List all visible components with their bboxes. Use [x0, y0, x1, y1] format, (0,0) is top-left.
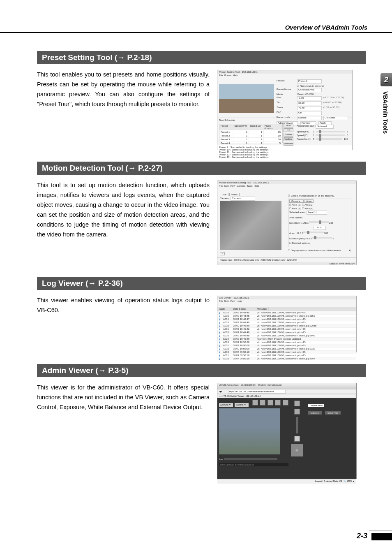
video-view[interactable] [219, 408, 280, 454]
col-message[interactable]: Message [255, 307, 269, 310]
setup-page-button[interactable]: Setup Page [325, 411, 341, 415]
log-row[interactable]: ℹA03108/03 10:48:47vb: host=192.168.100.… [217, 318, 356, 321]
section-admin: Admin Viewer (→ P.3-5) This viewer is fo… [37, 364, 366, 479]
slider-pause[interactable] [316, 138, 342, 140]
show-cameras-check[interactable]: ☑ Not shown in cameras [297, 84, 324, 87]
ptz-button-1[interactable] [294, 401, 300, 406]
table-row[interactable]: Preset 31110 [219, 138, 282, 141]
area2-check[interactable]: ☐ Area [2] [302, 204, 313, 206]
menu-file[interactable]: File [219, 185, 223, 187]
move-control[interactable]: ✥ [291, 444, 303, 456]
log-body[interactable]: ℹA03008/03 10:48:45vb: host=192.168.100.… [217, 311, 356, 360]
url-input[interactable]: http://192.168.100.1/-l/wml/admin/vbc-ad… [228, 390, 286, 394]
tab-live[interactable]: Live [220, 193, 228, 196]
tilt-label: Tilt : [277, 101, 297, 105]
menu-view[interactable]: View [230, 300, 235, 302]
log-screenshot: Log Viewer - 192.168.100.1 File Edit Vie… [217, 296, 357, 352]
preset-side-button[interactable]: Delete [284, 133, 293, 137]
menu-tools[interactable]: Tools [247, 185, 253, 187]
menu-camera[interactable]: Camera [237, 185, 245, 187]
slider-speedpt[interactable] [316, 131, 345, 132]
menubar: File Edit View Camera Tools Help [217, 184, 356, 188]
preset-side-button[interactable]: << [284, 128, 293, 132]
table-row[interactable]: Preset 11115 [219, 130, 282, 134]
log-row[interactable]: ℹA03008/04 09:50:10vb: host=192.168.100.… [217, 351, 356, 354]
live-preview[interactable] [220, 201, 281, 250]
preset-side-button[interactable]: Update [284, 137, 293, 141]
tab-camera[interactable]: Camera : [289, 199, 304, 203]
menu-preset[interactable]: Preset [224, 74, 231, 76]
log-row[interactable]: ℹA03108/04 09:50:10vb: host=192.168.100.… [217, 354, 356, 357]
camera-dropdown[interactable]: Camera [231, 197, 255, 201]
menu-edit[interactable]: Edit [224, 300, 228, 302]
slider-speedz[interactable] [316, 134, 345, 136]
exposure-button[interactable]: Exposure [308, 411, 322, 415]
image-size-dropdown[interactable]: 320×240 ▼ [219, 403, 233, 407]
log-row[interactable]: ℹA03008/03 10:48:45vb: host=192.168.100.… [217, 311, 356, 315]
preset-table[interactable]: Preset Speed [PT] Speed [Z] Pause durati… [219, 124, 283, 143]
area3-check[interactable]: ☐ Area [3] [289, 207, 300, 210]
preset-dropdown[interactable]: Preset 1 [297, 79, 322, 83]
log-row[interactable]: ℹA03608/04 09:50:10vb: host=192.168.100.… [217, 357, 356, 360]
menu-help[interactable]: Help [233, 74, 238, 76]
menu-help[interactable]: Help [254, 185, 259, 187]
close-icon[interactable]: ✕ [348, 249, 351, 253]
get-value-button[interactable]: Get value [323, 116, 348, 120]
log-row[interactable]: ℹA03608/03 10:50:00vb: host=192.168.100.… [217, 348, 356, 351]
log-row[interactable]: ℹA03008/03 10:49:40vb: host=192.168.100.… [217, 321, 356, 324]
tilt-input[interactable]: 32.10 [297, 101, 322, 105]
menu-file[interactable]: File [219, 74, 223, 76]
sensitivity-slider[interactable] [309, 221, 329, 223]
panorama-preview[interactable] [219, 84, 274, 113]
toolbar-btn-1[interactable] [252, 400, 258, 405]
menu-file[interactable]: File [219, 300, 223, 302]
log-row[interactable]: ℹA03108/03 10:50:00vb: host=192.168.100.… [217, 344, 356, 348]
col-datetime[interactable]: Date & time [231, 307, 255, 310]
log-row[interactable]: ℹS02908/03 10:49:49httpmain: [007] Syste… [217, 338, 356, 341]
focus-dropdown[interactable]: Manual [297, 116, 322, 120]
pan-slider[interactable] [224, 458, 277, 460]
auto-button[interactable]: Auto [314, 226, 326, 230]
tab-area[interactable]: Area [304, 199, 314, 203]
toolbar-btn-3[interactable] [267, 400, 273, 405]
col-code[interactable]: Code [217, 307, 231, 310]
control-button[interactable]: • [220, 252, 225, 255]
log-row[interactable]: ℹA03608/03 10:49:48vb: host=192.168.100.… [217, 334, 356, 338]
pan-input[interactable]: -1.30 [297, 96, 322, 100]
section-title: Log Viewer (→ P.2-36) [37, 277, 366, 290]
tour-dropdown[interactable]: Not used [316, 125, 334, 129]
ptz-button-2[interactable] [294, 409, 300, 415]
menu-help[interactable]: Help [237, 300, 242, 302]
area1-check[interactable]: ☑ Area [1] [289, 204, 300, 206]
section-title: Motion Detection Tool (→ P.2-27) [37, 162, 366, 175]
enable-md-check[interactable]: ☑ Enable motion detection of the camera1 [288, 195, 334, 197]
ptz-button-3[interactable] [294, 436, 300, 442]
table-row[interactable]: Preset 4115 [219, 141, 282, 145]
tilt-slider[interactable] [296, 417, 298, 433]
log-row[interactable]: ℹA03608/03 10:49:40vb: host=192.168.100.… [217, 324, 356, 328]
log-row[interactable]: ℹA03608/03 10:48:45vb: host=192.168.100.… [217, 315, 356, 318]
table-row[interactable]: Preset 21110 [219, 134, 282, 138]
slider-speedpt-max: 5 [347, 130, 348, 133]
toolbar-btn-4[interactable] [275, 400, 281, 405]
toolbar-btn-2[interactable] [260, 400, 265, 405]
display-status-check[interactable]: ☐ Display motion detection status of the… [288, 249, 341, 252]
detailed-check[interactable]: ☑ Detailed settings [289, 242, 310, 244]
log-row[interactable]: ℹA03108/03 10:49:42vb: host=192.168.100.… [217, 328, 356, 331]
preset-name-input[interactable]: Checkout Area [297, 88, 322, 92]
preset-side-button[interactable]: Add [284, 124, 293, 127]
selected-area-dropdown[interactable]: Area [1] [307, 211, 327, 215]
menu-edit[interactable]: Edit [224, 185, 228, 187]
tab-video[interactable]: Video [229, 193, 240, 196]
toolbar-btn-5[interactable] [283, 400, 288, 405]
preset-side-button[interactable]: Remove [284, 142, 293, 146]
area4-check[interactable]: ☐ Area [4] [302, 207, 313, 210]
log-row[interactable]: ℹA03008/03 10:49:48vb: host=192.168.100.… [217, 331, 356, 334]
source-dropdown[interactable]: Camera ▼ [235, 403, 249, 407]
duration-slider[interactable] [312, 237, 332, 239]
menu-view[interactable]: View [230, 185, 235, 187]
area-slider[interactable] [303, 232, 324, 233]
blc-dropdown[interactable]: Off [297, 111, 322, 115]
log-row[interactable]: ℹA03008/03 10:50:00vb: host=192.168.100.… [217, 341, 356, 344]
zoom-input[interactable]: 70.40 [297, 106, 322, 110]
